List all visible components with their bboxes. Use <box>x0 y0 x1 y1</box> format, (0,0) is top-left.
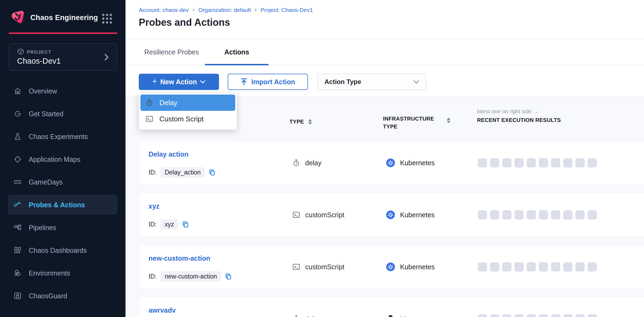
action-type-select-value: Action Type <box>324 78 361 86</box>
type-value: customScript <box>305 211 344 219</box>
kubernetes-icon <box>386 210 395 219</box>
action-name-link[interactable]: new-custom-action <box>149 254 210 262</box>
sidebar-item-label: Environments <box>29 269 70 277</box>
recent-execution-results <box>478 210 597 219</box>
tab-resilience-probes[interactable]: Resilience Probes <box>141 39 202 65</box>
sidebar-item-label: Pipelines <box>29 224 56 232</box>
new-action-button[interactable]: + New Action <box>139 74 219 90</box>
type-cell: customScript <box>292 263 344 271</box>
app-title: Chaos Engineering <box>30 14 98 22</box>
sort-icon-type[interactable] <box>308 119 312 125</box>
recent-execution-results <box>478 314 597 317</box>
execution-result-placeholder <box>527 210 536 219</box>
execution-result-placeholder <box>539 262 548 271</box>
kubernetes-icon <box>386 158 395 167</box>
sort-icon-infrastructure[interactable] <box>447 118 450 123</box>
infrastructure-value: Kubernetes <box>400 211 435 219</box>
menu-item-custom-script[interactable]: Custom Script <box>140 111 235 127</box>
execution-result-placeholder <box>527 314 536 317</box>
toolbar: + New Action Import Action Action Type <box>125 65 644 97</box>
infrastructure-cell: Kubernetes <box>386 210 435 219</box>
sidebar-item-chaosguard[interactable]: ChaosGuard <box>8 286 117 306</box>
kubernetes-icon <box>386 262 395 271</box>
gamepad-icon <box>14 178 22 186</box>
pipelines-icon <box>14 224 22 232</box>
chaos-engineering-app: Chaos Engineering PROJECT Chaos-Dev1 <box>0 0 644 317</box>
tab-actions[interactable]: Actions <box>205 39 269 65</box>
project-name: Chaos-Dev1 <box>17 57 61 66</box>
sidebar-item-label: Get Started <box>29 110 63 118</box>
action-id-line: ID: new-custom-action <box>149 271 232 282</box>
execution-result-placeholder <box>502 262 511 271</box>
execution-result-placeholder <box>478 314 487 317</box>
column-header-recent-execution-results: RECENT EXECUTION RESULTS <box>477 117 561 123</box>
type-value: delay <box>305 315 321 317</box>
execution-result-placeholder <box>563 210 572 219</box>
infrastructure-value: Kubernetes <box>400 159 435 167</box>
execution-result-placeholder <box>527 262 536 271</box>
results-hint-text: latest one on right side → <box>477 108 539 115</box>
action-name-link[interactable]: xyz <box>149 202 159 210</box>
sidebar-item-application-maps[interactable]: Application Maps <box>8 150 117 169</box>
action-name-link[interactable]: Delay action <box>149 150 188 158</box>
type-value: customScript <box>305 263 344 271</box>
harness-logo-icon <box>10 9 25 25</box>
sidebar-item-overview[interactable]: Overview <box>8 81 117 101</box>
sidebar-item-label: Overview <box>29 87 57 95</box>
menu-item-label: Custom Script <box>159 115 204 123</box>
app-switcher-grid-icon[interactable] <box>101 13 113 24</box>
sidebar-item-probes-actions[interactable]: Probes & Actions <box>8 195 117 215</box>
chevron-right-icon <box>104 53 110 61</box>
copy-icon[interactable] <box>209 169 216 176</box>
type-cell: delay <box>292 159 321 167</box>
execution-result-placeholder <box>563 262 572 271</box>
execution-result-placeholder <box>588 158 597 167</box>
terminal-icon <box>292 211 300 219</box>
tab-bar: Resilience Probes Actions <box>125 39 644 65</box>
execution-result-placeholder <box>551 314 560 317</box>
flask-icon <box>14 132 22 141</box>
recent-execution-results <box>478 158 597 167</box>
action-id-line: ID: xyz <box>149 219 189 230</box>
copy-icon[interactable] <box>225 273 232 280</box>
breadcrumb-account-link[interactable]: Account: chaos-dev <box>139 7 189 13</box>
infrastructure-value: Linux <box>400 315 416 317</box>
sidebar-item-label: Probes & Actions <box>29 201 85 209</box>
execution-result-placeholder <box>539 314 548 317</box>
execution-result-placeholder <box>490 314 499 317</box>
sidebar: Chaos Engineering PROJECT Chaos-Dev1 <box>0 0 125 317</box>
actions-table: TYPE INFRASTRUCTURE TYPE latest one on r… <box>125 97 644 317</box>
sidebar-item-pipelines[interactable]: Pipelines <box>8 218 117 237</box>
import-action-button[interactable]: Import Action <box>228 74 308 90</box>
action-name-link[interactable]: awrvadv <box>149 306 176 314</box>
sidebar-item-label: GameDays <box>29 178 63 186</box>
active-tab-underline <box>205 64 269 65</box>
breadcrumb-project-link[interactable]: Project: Chaos-Dev1 <box>260 7 313 13</box>
action-type-select[interactable]: Action Type <box>318 74 426 90</box>
execution-result-placeholder <box>588 314 597 317</box>
copy-icon[interactable] <box>182 221 189 228</box>
breadcrumb-organization-link[interactable]: Organization: default <box>198 7 251 13</box>
sidebar-item-gamedays[interactable]: GameDays <box>8 172 117 192</box>
menu-item-delay[interactable]: Delay <box>140 95 235 111</box>
sidebar-item-label: Chaos Dashboards <box>29 247 87 254</box>
sidebar-item-get-started[interactable]: Get Started <box>8 104 117 124</box>
get-started-icon <box>14 110 22 118</box>
probe-tube-icon <box>14 201 22 209</box>
project-selector[interactable]: PROJECT Chaos-Dev1 <box>9 43 117 71</box>
sidebar-item-environments[interactable]: Environments <box>8 263 117 283</box>
project-cube-icon <box>17 48 24 55</box>
linux-icon <box>386 314 395 317</box>
sidebar-item-chaos-dashboards[interactable]: Chaos Dashboards <box>8 241 117 260</box>
sidebar-item-label: Chaos Experiments <box>29 133 88 141</box>
execution-result-placeholder <box>563 158 572 167</box>
execution-result-placeholder <box>478 210 487 219</box>
type-cell: delay <box>292 315 321 317</box>
execution-result-placeholder <box>514 262 524 271</box>
table-row: awrvadv delay Linux <box>139 297 644 317</box>
column-header-type: TYPE <box>289 119 312 125</box>
sidebar-item-chaos-experiments[interactable]: Chaos Experiments <box>8 127 117 146</box>
chevron-down-icon <box>413 80 419 84</box>
id-label: ID: <box>149 169 156 176</box>
execution-result-placeholder <box>588 210 597 219</box>
